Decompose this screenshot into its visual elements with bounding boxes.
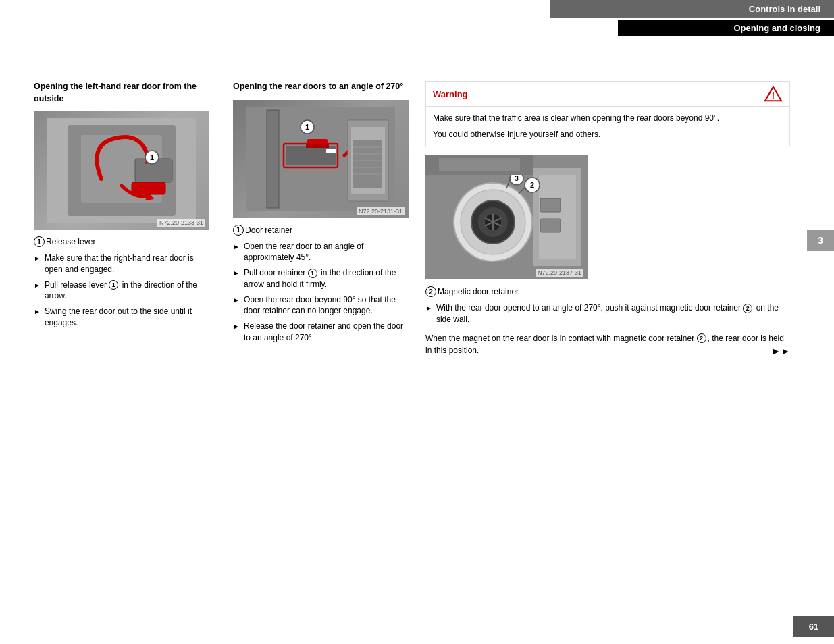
svg-rect-43 [540,198,561,212]
middle-section-title: Opening the rear doors to an angle of 27… [233,81,409,93]
middle-item-label: 1 Door retainer [233,225,409,236]
page-container: Controls in detail Opening and closing 3… [0,0,834,644]
warning-body: Make sure that the traffic area is clear… [426,107,789,146]
svg-rect-15 [307,139,328,144]
main-content: Opening the left-hand rear door from the… [20,81,814,358]
list-item: ► Pull release lever 1 in the direction … [34,279,213,302]
left-section-title: Opening the left-hand rear door from the… [34,81,213,105]
svg-text:3: 3 [515,175,519,182]
list-item: ► Release the door retainer and open the… [233,321,409,344]
svg-text:1: 1 [305,123,309,131]
bullet-arrow-icon: ► [34,281,41,290]
middle-image: 1 N [233,100,409,218]
warning-header: Warning ! [426,82,789,107]
inline-circle-2: 2 [743,304,752,313]
bullet-arrow-icon: ► [233,269,240,278]
chapter-number: 3 [807,230,834,251]
list-item: ► Swing the rear door out to the side un… [34,306,213,329]
right-door-svg: 2 3 [425,155,588,279]
list-item: ► Pull door retainer 1 in the direction … [233,267,409,290]
bullet-arrow-icon: ► [425,304,432,313]
right-circle-2: 2 [425,286,436,297]
left-image: 1 N72.20-2133-31 [34,111,209,230]
right-bullet-list: ► With the rear door opened to an angle … [425,302,790,325]
column-left: Opening the left-hand rear door from the… [34,81,223,358]
right-image-caption: N72.20-2137-31 [536,269,583,277]
warning-text-2: You could otherwise injure yourself and … [433,128,783,140]
left-item-label: 1 Release lever [34,236,213,247]
right-item-label: 2 Magnetic door retainer [425,286,790,297]
svg-text:1: 1 [150,153,154,161]
svg-rect-16 [306,144,329,148]
bullet-arrow-icon: ► [34,254,41,263]
svg-rect-13 [286,146,336,165]
continue-arrows: ►► [771,344,790,358]
svg-rect-6 [132,182,165,194]
inline-circle-1: 1 [308,269,317,278]
list-item: ► Open the rear door to an angle of appr… [233,241,409,264]
header-controls-in-detail: Controls in detail [550,0,834,18]
middle-circle-1: 1 [233,225,244,236]
svg-rect-17 [326,149,336,153]
warning-title: Warning [433,89,468,99]
svg-text:!: ! [772,91,775,101]
continuation-text: When the magnet on the rear door is in c… [425,332,790,356]
column-middle: Opening the rear doors to an angle of 27… [223,81,419,358]
middle-door-svg: 1 [246,107,395,211]
left-image-caption: N72.20-2133-31 [157,219,205,227]
warning-box: Warning ! Make sure that the traffic are… [425,81,790,146]
svg-rect-52 [439,158,520,171]
list-item: ► Make sure that the right-hand rear doo… [34,252,213,275]
header-bar: Controls in detail Opening and closing [361,0,834,36]
bullet-arrow-icon: ► [233,242,240,252]
svg-rect-42 [539,175,576,259]
middle-bullet-list: ► Open the rear door to an angle of appr… [233,241,409,344]
left-bullet-list: ► Make sure that the right-hand rear doo… [34,252,213,329]
svg-text:2: 2 [530,181,534,189]
warning-text-1: Make sure that the traffic area is clear… [433,112,783,124]
svg-rect-11 [267,110,279,208]
svg-rect-44 [540,219,561,232]
bullet-arrow-icon: ► [233,322,240,331]
page-number: 61 [793,616,834,637]
bullet-arrow-icon: ► [233,296,240,305]
header-opening-closing: Opening and closing [618,20,834,36]
left-door-svg: 1 [47,118,196,223]
right-image: 2 3 N72.20-2137-31 [425,155,588,279]
column-right: Warning ! Make sure that the traffic are… [419,81,800,358]
left-circle-1: 1 [34,236,45,247]
inline-circle-2b: 2 [697,333,706,343]
middle-image-caption: N72.20-2131-31 [357,207,405,215]
inline-circle-1: 1 [109,280,118,290]
bullet-arrow-icon: ► [34,307,41,317]
list-item: ► Open the rear door beyond 90° so that … [233,294,409,317]
warning-triangle-icon: ! [764,86,783,102]
list-item: ► With the rear door opened to an angle … [425,302,790,325]
